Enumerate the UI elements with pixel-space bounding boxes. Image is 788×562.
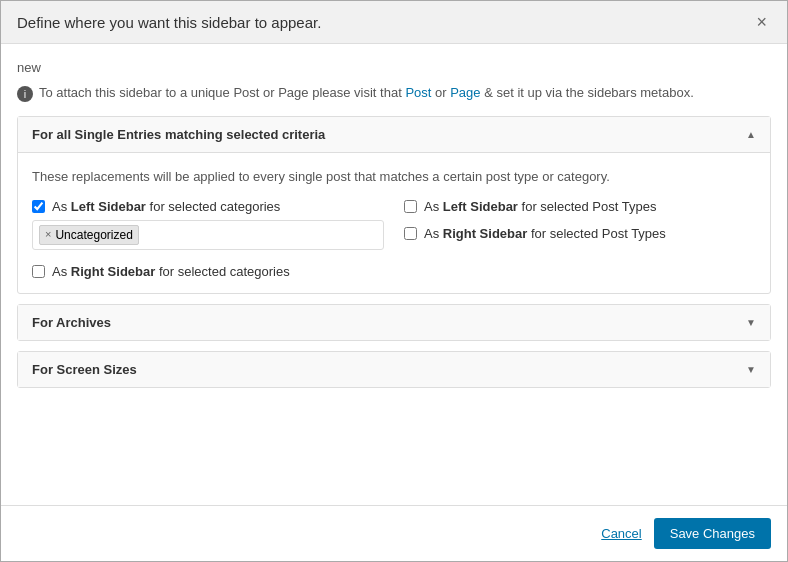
section-single-entries-title: For all Single Entries matching selected… — [32, 127, 325, 142]
new-label: new — [17, 60, 771, 75]
modal: Define where you want this sidebar to ap… — [0, 0, 788, 562]
right-column: As Left Sidebar for selected Post Types … — [404, 199, 756, 279]
section-single-entries-body: These replacements will be applied to ev… — [18, 153, 770, 293]
tag-input-left-categories[interactable]: × Uncategorized — [32, 220, 384, 250]
label-left-sidebar-categories: As Left Sidebar for selected categories — [52, 199, 280, 214]
section-archives-title: For Archives — [32, 315, 111, 330]
checkbox-right-sidebar-categories[interactable] — [32, 265, 45, 278]
page-link[interactable]: Page — [450, 85, 480, 100]
info-text-after: & set it up via the sidebars metabox. — [481, 85, 694, 100]
section-archives-chevron: ▼ — [746, 317, 756, 328]
tag-uncategorized: × Uncategorized — [39, 225, 139, 245]
section-screen-sizes-chevron: ▼ — [746, 364, 756, 375]
modal-title: Define where you want this sidebar to ap… — [17, 14, 321, 31]
options-grid: As Left Sidebar for selected categories … — [32, 199, 756, 279]
option-left-sidebar-post-types: As Left Sidebar for selected Post Types — [404, 199, 756, 214]
section-archives-header[interactable]: For Archives ▼ — [18, 305, 770, 340]
info-text-or: or — [431, 85, 450, 100]
section-single-entries: For all Single Entries matching selected… — [17, 116, 771, 294]
cancel-button[interactable]: Cancel — [601, 526, 641, 541]
save-button[interactable]: Save Changes — [654, 518, 771, 549]
info-text: To attach this sidebar to a unique Post … — [39, 85, 694, 100]
tag-remove-uncategorized[interactable]: × — [45, 229, 51, 240]
modal-header: Define where you want this sidebar to ap… — [1, 1, 787, 44]
info-text-before: To attach this sidebar to a unique Post … — [39, 85, 405, 100]
section-screen-sizes-title: For Screen Sizes — [32, 362, 137, 377]
option-right-sidebar-post-types: As Right Sidebar for selected Post Types — [404, 226, 756, 241]
section-single-entries-desc: These replacements will be applied to ev… — [32, 167, 756, 187]
checkbox-left-sidebar-categories[interactable] — [32, 200, 45, 213]
checkbox-left-sidebar-post-types[interactable] — [404, 200, 417, 213]
section-archives: For Archives ▼ — [17, 304, 771, 341]
section-screen-sizes: For Screen Sizes ▼ — [17, 351, 771, 388]
section-single-entries-chevron: ▲ — [746, 129, 756, 140]
label-right-sidebar-post-types: As Right Sidebar for selected Post Types — [424, 226, 666, 241]
tag-label-uncategorized: Uncategorized — [55, 228, 132, 242]
left-column: As Left Sidebar for selected categories … — [32, 199, 384, 279]
label-right-sidebar-categories: As Right Sidebar for selected categories — [52, 264, 290, 279]
section-screen-sizes-header[interactable]: For Screen Sizes ▼ — [18, 352, 770, 387]
label-left-sidebar-post-types: As Left Sidebar for selected Post Types — [424, 199, 656, 214]
section-single-entries-header[interactable]: For all Single Entries matching selected… — [18, 117, 770, 153]
post-link[interactable]: Post — [405, 85, 431, 100]
modal-close-button[interactable]: × — [752, 13, 771, 31]
modal-footer: Cancel Save Changes — [1, 505, 787, 561]
info-icon: i — [17, 86, 33, 102]
info-row: i To attach this sidebar to a unique Pos… — [17, 85, 771, 102]
option-right-sidebar-categories: As Right Sidebar for selected categories — [32, 264, 384, 279]
modal-body: new i To attach this sidebar to a unique… — [1, 44, 787, 505]
option-left-sidebar-categories: As Left Sidebar for selected categories — [32, 199, 384, 214]
checkbox-right-sidebar-post-types[interactable] — [404, 227, 417, 240]
